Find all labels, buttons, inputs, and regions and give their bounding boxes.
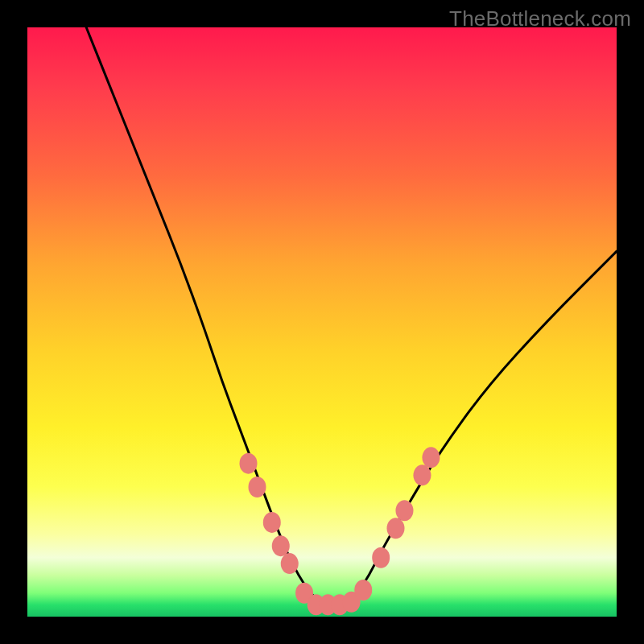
curve-marker [272, 535, 290, 556]
curve-marker [395, 500, 413, 521]
watermark-text: TheBottleneck.com [449, 6, 631, 31]
curve-marker [372, 547, 390, 568]
curve-marker [422, 447, 440, 468]
bottleneck-curve [86, 27, 617, 605]
curve-marker [281, 553, 299, 574]
curve-marker [240, 453, 258, 474]
curve-markers [240, 447, 440, 615]
curve-marker [263, 512, 281, 533]
curve-marker [413, 464, 431, 485]
plot-area [27, 27, 617, 617]
curve-marker [387, 518, 405, 539]
curve-marker [354, 580, 372, 601]
chart-svg [27, 27, 617, 617]
chart-frame: TheBottleneck.com [0, 0, 644, 644]
curve-marker [248, 477, 266, 497]
